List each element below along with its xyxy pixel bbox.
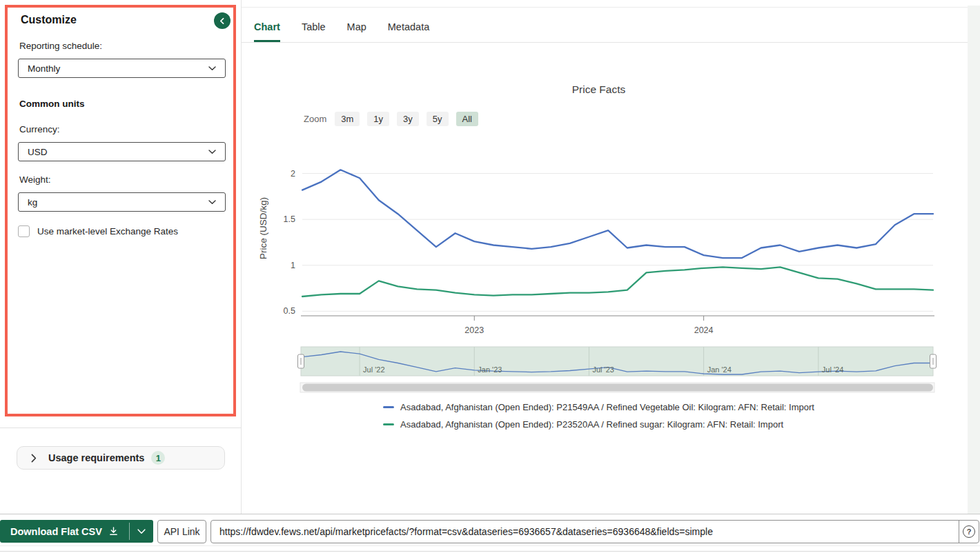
exchange-rates-label: Use market-level Exchange Rates bbox=[37, 226, 178, 237]
navigator-handle-left[interactable] bbox=[298, 354, 304, 368]
zoom-label: Zoom bbox=[304, 114, 326, 124]
series-refined-sugar-line bbox=[302, 267, 933, 296]
svg-text:2023: 2023 bbox=[464, 325, 484, 335]
svg-text:Jul '23: Jul '23 bbox=[592, 365, 614, 374]
chevron-down-icon bbox=[137, 529, 146, 534]
sidebar-title: Customize bbox=[21, 14, 77, 26]
tab-chart[interactable]: Chart bbox=[254, 21, 280, 42]
svg-text:2024: 2024 bbox=[694, 325, 714, 335]
usage-requirements-label: Usage requirements bbox=[48, 452, 144, 463]
weight-label: Weight: bbox=[19, 174, 51, 185]
chart-title: Price Facts bbox=[255, 83, 942, 96]
chart-scrollbar[interactable] bbox=[300, 383, 934, 392]
chevron-down-icon bbox=[208, 200, 216, 205]
svg-text:1.5: 1.5 bbox=[284, 214, 295, 224]
legend-label: Asadabad, Afghanistan (Open Ended): P215… bbox=[400, 402, 814, 412]
scrollbar-thumb[interactable] bbox=[302, 384, 933, 392]
chevron-down-icon bbox=[208, 66, 216, 71]
page-bottom-border bbox=[0, 551, 980, 552]
download-button-label: Download Flat CSV bbox=[10, 526, 102, 537]
chart-legend: Asadabad, Afghanistan (Open Ended): P215… bbox=[255, 399, 942, 433]
download-bar: Download Flat CSV API Link ? bbox=[0, 514, 980, 553]
currency-value: USD bbox=[28, 147, 48, 157]
zoom-button-3y[interactable]: 3y bbox=[397, 112, 419, 126]
sidebar-divider bbox=[0, 428, 242, 428]
chevron-right-icon bbox=[31, 454, 37, 463]
svg-text:2: 2 bbox=[291, 169, 295, 179]
exchange-rates-checkbox[interactable] bbox=[18, 225, 30, 237]
svg-text:0.5: 0.5 bbox=[284, 306, 295, 316]
app-root: Customize Reporting schedule: Monthly Co… bbox=[0, 0, 980, 553]
usage-requirements-badge: 1 bbox=[151, 451, 165, 465]
zoom-button-all[interactable]: All bbox=[456, 112, 478, 126]
chevron-left-icon bbox=[219, 17, 226, 25]
zoom-button-5y[interactable]: 5y bbox=[427, 112, 449, 126]
download-flat-csv-button[interactable]: Download Flat CSV bbox=[0, 520, 129, 543]
x-axis-ticks: 20232024 bbox=[464, 316, 713, 335]
download-options-caret[interactable] bbox=[130, 520, 153, 543]
reporting-schedule-label: Reporting schedule: bbox=[19, 41, 102, 51]
legend-dash-blue bbox=[383, 406, 394, 408]
navigator[interactable]: Jul '22Jan '23Jul '23Jan '24Jul '24 bbox=[298, 347, 937, 376]
legend-label: Asadabad, Afghanistan (Open Ended): P235… bbox=[400, 419, 783, 430]
zoom-button-1y[interactable]: 1y bbox=[367, 112, 389, 126]
customize-sidebar: Customize Reporting schedule: Monthly Co… bbox=[0, 0, 242, 514]
help-cell: ? bbox=[959, 521, 979, 543]
svg-text:1: 1 bbox=[291, 261, 295, 270]
download-icon bbox=[108, 526, 119, 536]
zoom-controls: Zoom 3m 1y 3y 5y All bbox=[304, 111, 478, 127]
legend-item-vegetable-oil[interactable]: Asadabad, Afghanistan (Open Ended): P215… bbox=[383, 399, 814, 416]
legend-dash-green bbox=[383, 423, 394, 425]
download-split-button: Download Flat CSV bbox=[0, 520, 153, 543]
api-link-label: API Link bbox=[157, 520, 206, 543]
weight-value: kg bbox=[28, 197, 37, 208]
api-url-input[interactable] bbox=[211, 526, 959, 537]
footer-divider bbox=[0, 545, 980, 546]
tab-metadata[interactable]: Metadata bbox=[388, 21, 429, 42]
reporting-schedule-value: Monthly bbox=[28, 63, 60, 74]
zoom-button-3m[interactable]: 3m bbox=[335, 112, 360, 126]
collapse-sidebar-button[interactable] bbox=[214, 12, 231, 29]
svg-text:Jan '24: Jan '24 bbox=[707, 365, 732, 374]
weight-select[interactable]: kg bbox=[18, 192, 226, 212]
help-icon[interactable]: ? bbox=[963, 525, 975, 538]
api-url-bar: ? bbox=[210, 520, 979, 543]
tab-table[interactable]: Table bbox=[302, 21, 326, 42]
usage-requirements-expander[interactable]: Usage requirements 1 bbox=[17, 446, 225, 470]
y-axis-title: Price (USD/kg) bbox=[258, 197, 268, 259]
tab-map[interactable]: Map bbox=[347, 21, 366, 42]
svg-text:Jan '23: Jan '23 bbox=[478, 365, 502, 374]
common-units-heading: Common units bbox=[19, 99, 85, 109]
tabbar-border bbox=[242, 42, 969, 43]
page-scrollbar[interactable] bbox=[968, 6, 980, 514]
svg-text:Jul '24: Jul '24 bbox=[822, 365, 843, 374]
currency-label: Currency: bbox=[19, 124, 60, 134]
content-top-border bbox=[242, 7, 969, 8]
y-axis-labels: 0.511.52 bbox=[284, 169, 295, 316]
price-chart-svg: Price (USD/kg) 0.511.52 20232024 Jul '22… bbox=[255, 134, 945, 396]
svg-text:Jul '22: Jul '22 bbox=[363, 365, 384, 374]
chevron-down-icon bbox=[208, 150, 216, 154]
exchange-rates-row: Use market-level Exchange Rates bbox=[18, 225, 178, 237]
series-vegetable-oil-line bbox=[302, 170, 933, 258]
tabbar: Chart Table Map Metadata bbox=[254, 21, 429, 42]
navigator-handle-right[interactable] bbox=[930, 354, 937, 368]
currency-select[interactable]: USD bbox=[18, 142, 226, 161]
reporting-schedule-select[interactable]: Monthly bbox=[18, 59, 226, 78]
legend-item-refined-sugar[interactable]: Asadabad, Afghanistan (Open Ended): P235… bbox=[383, 416, 814, 433]
